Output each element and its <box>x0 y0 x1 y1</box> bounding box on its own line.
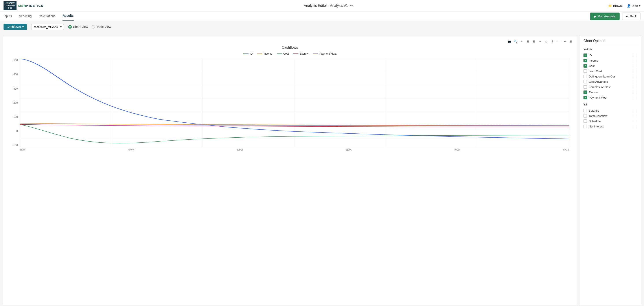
drag-handle-cost-advances[interactable]: ⋮⋮ <box>632 80 638 84</box>
legend-cost-label: Cost <box>283 52 289 55</box>
drag-handle-balance[interactable]: ⋮⋮ <box>632 109 638 112</box>
checkbox-total-cashflow[interactable] <box>584 114 587 118</box>
cashflows-dropdown-button[interactable]: Cashflows ▾ <box>4 24 27 30</box>
home-icon[interactable]: ⌂ <box>544 39 549 44</box>
legend-payment-float: Payment Float <box>313 52 336 55</box>
logo-kinetics: KINETICS <box>26 4 43 8</box>
checkbox-schedule[interactable] <box>584 119 587 123</box>
legend-cost-line <box>277 54 282 54</box>
option-net-interest: Net Interest ⋮⋮ <box>584 124 638 129</box>
chart-title: Cashflows <box>6 46 573 50</box>
checkbox-foreclosure-cost[interactable] <box>584 85 587 89</box>
legend-cost: Cost <box>277 52 289 55</box>
logo-area: ANDREWDAVIDSON& CO MSRKINETICS <box>4 1 43 10</box>
zoom-icon[interactable]: 🔍 <box>513 39 518 44</box>
nav-bar: Inputs Servicing Calculations Results ▶ … <box>0 12 644 21</box>
option-cost: Cost ⋮⋮ <box>584 63 638 68</box>
run-label: Run Analysis <box>598 14 616 18</box>
minus-icon[interactable]: — <box>556 39 561 44</box>
option-foreclosure-cost: Foreclosure Cost ⋮⋮ <box>584 84 638 90</box>
checkbox-payment-float[interactable] <box>584 96 587 99</box>
chart-svg <box>20 59 569 154</box>
legend-income: Income <box>257 52 272 55</box>
option-loan-cost: Loan Cost ⋮⋮ <box>584 68 638 74</box>
user-button[interactable]: 👤 User ▾ <box>627 4 640 8</box>
camera-icon[interactable]: 📷 <box>507 39 512 44</box>
plus-icon[interactable]: ＋ <box>519 39 524 44</box>
legend-payment-float-line <box>313 54 318 54</box>
help-icon[interactable]: ? <box>550 39 555 44</box>
checkbox-escrow[interactable] <box>584 90 587 94</box>
option-io: IO ⋮⋮ <box>584 52 638 58</box>
drag-handle-escrow[interactable]: ⋮⋮ <box>632 90 638 94</box>
drag-handle-payment-float[interactable]: ⋮⋮ <box>632 96 638 99</box>
legend-income-label: Income <box>264 52 272 55</box>
legend-io-label: IO <box>250 52 253 55</box>
nav-item-inputs[interactable]: Inputs <box>4 12 12 21</box>
drag-handle-foreclosure-cost[interactable]: ⋮⋮ <box>632 85 638 89</box>
chart-toolbar: 📷 🔍 ＋ ⊞ ⊟ ✂ ⌂ ? — ≡ ▦ <box>6 39 573 44</box>
option-schedule: Schedule ⋮⋮ <box>584 118 638 124</box>
list-icon[interactable]: ≡ <box>562 39 567 44</box>
results-toolbar: Cashflows ▾ cashflows_MCAVG cashflows_BA… <box>0 21 644 32</box>
option-escrow: Escrow ⋮⋮ <box>584 90 638 95</box>
drag-handle-net-interest[interactable]: ⋮⋮ <box>632 124 638 128</box>
checkbox-loan-cost[interactable] <box>584 69 587 73</box>
chart-area: 500 400 300 200 100 0 -100 <box>20 59 569 154</box>
user-label: User <box>632 4 638 8</box>
nav-right: ▶ Run Analysis ↩ Back <box>590 12 640 20</box>
zoom-in-box-icon[interactable]: ⊞ <box>525 39 530 44</box>
checkbox-cost[interactable] <box>584 64 587 68</box>
legend-income-line <box>257 54 262 54</box>
chart-view-option[interactable]: Chart View <box>68 25 88 28</box>
drag-handle-loan-cost[interactable]: ⋮⋮ <box>632 69 638 73</box>
chart-view-radio[interactable] <box>68 25 72 28</box>
chart-options-panel: Chart Options Y-Axis IO ⋮⋮ Income ⋮⋮ Cos… <box>580 35 641 305</box>
header-right: 📁 Browse 👤 User ▾ <box>608 4 640 8</box>
table-view-radio[interactable] <box>92 25 95 28</box>
nav-item-results[interactable]: Results <box>62 12 74 21</box>
browse-label: Browse <box>613 4 624 8</box>
edit-icon[interactable]: ✏ <box>350 3 353 8</box>
nav-item-calculations[interactable]: Calculations <box>39 12 56 21</box>
bar-chart-icon[interactable]: ▦ <box>568 39 573 44</box>
run-analysis-button[interactable]: ▶ Run Analysis <box>590 12 620 20</box>
option-total-cashflow: Total Cashflow ⋮⋮ <box>584 113 638 118</box>
logo-box: ANDREWDAVIDSON& CO <box>4 1 16 10</box>
legend-escrow: Escrow <box>293 52 308 55</box>
checkbox-delinquent-loan-cost[interactable] <box>584 75 587 78</box>
table-view-option[interactable]: Table View <box>92 25 111 28</box>
chart-view-label: Chart View <box>73 25 88 28</box>
checkbox-net-interest[interactable] <box>584 124 587 128</box>
drag-handle-cost[interactable]: ⋮⋮ <box>632 64 638 68</box>
drag-handle-total-cashflow[interactable]: ⋮⋮ <box>632 114 638 118</box>
zoom-out-box-icon[interactable]: ⊟ <box>532 39 536 44</box>
header-title: Analysis Editor - Analysis #1 ✏ <box>49 3 608 8</box>
chart-legend: IO Income Cost Escrow Payment Float <box>6 52 573 55</box>
label-io: IO <box>589 54 592 57</box>
label-cost-advances: Cost Advances <box>589 80 608 84</box>
person-icon: 👤 <box>627 4 630 8</box>
option-cost-advances: Cost Advances ⋮⋮ <box>584 79 638 84</box>
option-payment-float: Payment Float ⋮⋮ <box>584 95 638 100</box>
legend-escrow-line <box>293 54 298 54</box>
label-cost: Cost <box>589 64 595 68</box>
checkbox-balance[interactable] <box>584 109 587 112</box>
cashflows-select[interactable]: cashflows_MCAVG cashflows_BASE <box>31 24 64 30</box>
chevron-down-icon: ▾ <box>22 25 24 28</box>
checkbox-income[interactable] <box>584 59 587 62</box>
checkbox-io[interactable] <box>584 54 587 57</box>
header: ANDREWDAVIDSON& CO MSRKINETICS Analysis … <box>0 0 644 12</box>
drag-handle-io[interactable]: ⋮⋮ <box>632 54 638 57</box>
legend-payment-float-label: Payment Float <box>319 52 336 55</box>
scissors-icon[interactable]: ✂ <box>538 39 542 44</box>
drag-handle-income[interactable]: ⋮⋮ <box>632 59 638 62</box>
back-icon: ↩ <box>626 14 628 18</box>
nav-item-servicing[interactable]: Servicing <box>19 12 32 21</box>
drag-handle-schedule[interactable]: ⋮⋮ <box>632 119 638 123</box>
checkbox-cost-advances[interactable] <box>584 80 587 84</box>
browse-button[interactable]: 📁 Browse <box>608 4 624 8</box>
drag-handle-delinquent-loan-cost[interactable]: ⋮⋮ <box>632 75 638 78</box>
legend-escrow-label: Escrow <box>300 52 308 55</box>
back-button[interactable]: ↩ Back <box>622 12 640 20</box>
